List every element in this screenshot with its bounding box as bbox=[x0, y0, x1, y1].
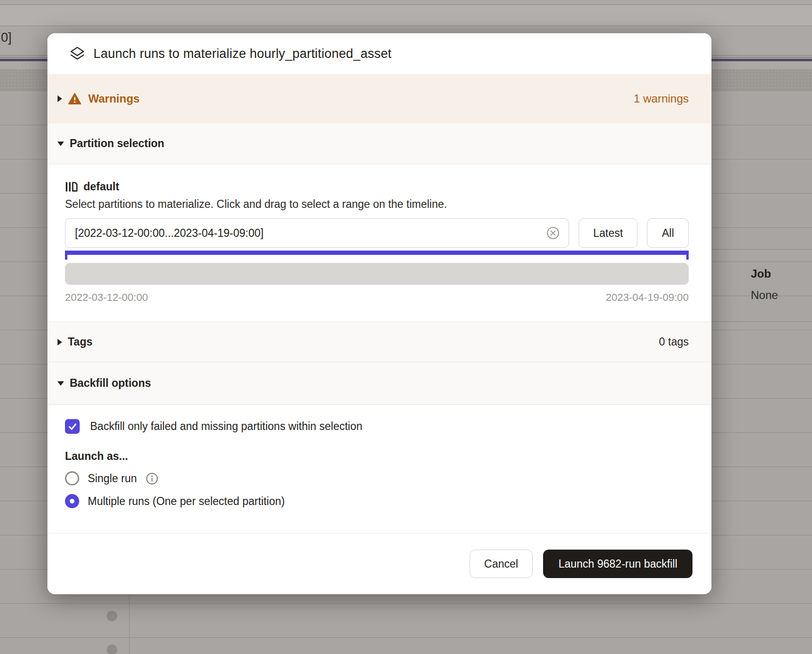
backfill-only-failed-label: Backfill only failed and missing partiti… bbox=[90, 420, 362, 433]
partition-timeline-track[interactable] bbox=[65, 263, 689, 285]
dialog-footer: Cancel Launch 9682-run backfill bbox=[47, 533, 711, 594]
partition-dimension-row: default bbox=[65, 180, 689, 193]
timeline-date-labels: 2022-03-12-00:00 2023-04-19-09:00 bbox=[65, 291, 689, 304]
partition-range-field[interactable] bbox=[65, 218, 569, 248]
partition-range-input[interactable] bbox=[75, 227, 546, 240]
warning-triangle-icon bbox=[68, 93, 81, 105]
timeline-end-date: 2023-04-19-09:00 bbox=[606, 291, 689, 304]
partition-selection-toggle[interactable]: Partition selection bbox=[47, 123, 711, 164]
launch-backfill-button[interactable]: Launch 9682-run backfill bbox=[543, 550, 692, 578]
timeline-start-date: 2022-03-12-00:00 bbox=[65, 291, 148, 304]
cancel-button[interactable]: Cancel bbox=[470, 550, 533, 578]
background-status-dot bbox=[107, 611, 117, 621]
background-partial-text: 0] bbox=[1, 30, 12, 45]
timeline-selection-bar bbox=[65, 251, 689, 255]
partition-selection-description: Select partitions to materialize. Click … bbox=[65, 198, 689, 211]
warnings-count: 1 warnings bbox=[634, 92, 689, 105]
radio-unselected-icon[interactable] bbox=[65, 471, 79, 486]
info-icon[interactable] bbox=[146, 472, 158, 485]
backfill-options-body: Backfill only failed and missing partiti… bbox=[47, 405, 711, 533]
background-row-line bbox=[711, 321, 812, 322]
partition-selection-header: Partition selection bbox=[70, 137, 164, 150]
background-job-cell: Job None bbox=[751, 267, 778, 302]
launch-as-label: Launch as... bbox=[65, 450, 689, 463]
background-status-dot bbox=[107, 645, 117, 654]
partition-dimension-icon bbox=[65, 180, 78, 193]
clear-input-icon[interactable] bbox=[546, 226, 560, 240]
chevron-down-icon bbox=[57, 141, 64, 146]
selection-end-tick bbox=[686, 251, 689, 260]
page-backdrop: 0] Job None Launch runs to materialize h… bbox=[0, 0, 812, 654]
materialize-layers-icon bbox=[70, 46, 85, 61]
partition-input-row: Latest All bbox=[65, 218, 689, 248]
single-run-option[interactable]: Single run bbox=[65, 471, 689, 486]
warnings-label: Warnings bbox=[88, 92, 139, 105]
multiple-runs-option[interactable]: Multiple runs (One per selected partitio… bbox=[65, 494, 689, 508]
background-toolbar-band bbox=[0, 5, 812, 26]
backfill-options-toggle[interactable]: Backfill options bbox=[47, 362, 711, 405]
launch-backfill-dialog: Launch runs to materialize hourly_partit… bbox=[47, 33, 711, 594]
all-button[interactable]: All bbox=[647, 218, 689, 248]
dialog-title: Launch runs to materialize hourly_partit… bbox=[93, 47, 392, 61]
selection-start-tick bbox=[65, 251, 67, 260]
chevron-right-icon bbox=[57, 95, 62, 102]
background-top-band bbox=[0, 0, 812, 5]
tags-header: Tags bbox=[68, 336, 92, 348]
single-run-label: Single run bbox=[88, 472, 137, 485]
tags-count: 0 tags bbox=[659, 336, 689, 348]
warnings-section-toggle[interactable]: Warnings 1 warnings bbox=[47, 74, 711, 123]
multiple-runs-label: Multiple runs (One per selected partitio… bbox=[88, 495, 285, 508]
dialog-header: Launch runs to materialize hourly_partit… bbox=[47, 33, 711, 74]
backfill-options-header: Backfill options bbox=[70, 377, 151, 390]
radio-selected-icon[interactable] bbox=[65, 494, 79, 508]
chevron-right-icon bbox=[57, 339, 62, 346]
checkbox-checked-icon[interactable] bbox=[65, 419, 80, 434]
backfill-only-failed-checkbox-row[interactable]: Backfill only failed and missing partiti… bbox=[65, 419, 689, 434]
chevron-down-icon bbox=[57, 381, 64, 386]
job-column-value: None bbox=[751, 289, 778, 302]
background-column-divider bbox=[129, 594, 129, 654]
latest-button[interactable]: Latest bbox=[579, 218, 638, 248]
job-column-label: Job bbox=[751, 267, 778, 280]
background-row-line bbox=[711, 249, 812, 250]
tags-section-toggle[interactable]: Tags 0 tags bbox=[47, 322, 711, 362]
partition-selection-body: default Select partitions to materialize… bbox=[47, 164, 711, 322]
partition-dimension-name: default bbox=[83, 180, 119, 193]
